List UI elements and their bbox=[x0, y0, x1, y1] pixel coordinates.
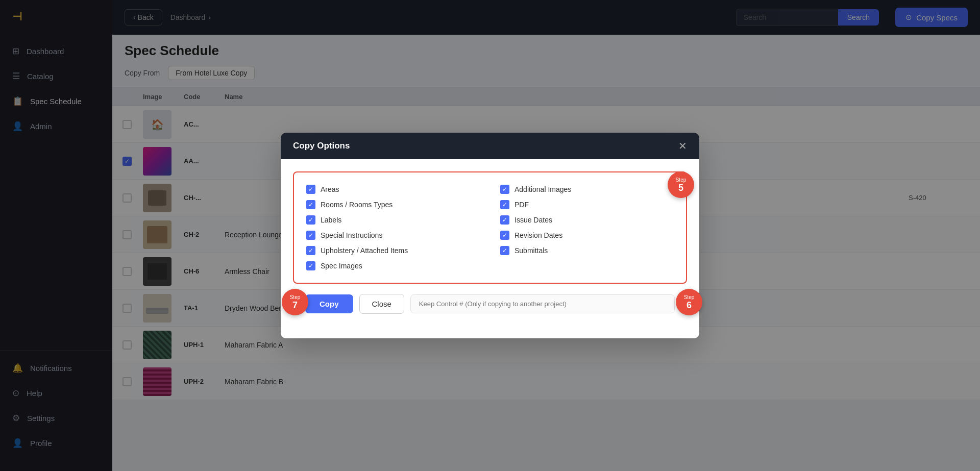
option-label-labels: Labels bbox=[321, 216, 341, 224]
option-checkbox-pdf[interactable]: ✓ bbox=[500, 200, 509, 209]
copy-options-modal: Copy Options ✕ ✓ Areas ✓ Rooms / Rooms T… bbox=[281, 133, 699, 338]
option-special-instructions: ✓ Special Instructions bbox=[306, 228, 480, 243]
option-checkbox-upholstery[interactable]: ✓ bbox=[306, 246, 315, 255]
modal-body: ✓ Areas ✓ Rooms / Rooms Types ✓ Labels ✓… bbox=[281, 159, 699, 338]
option-checkbox-issue-dates[interactable]: ✓ bbox=[500, 215, 509, 225]
option-checkbox-areas[interactable]: ✓ bbox=[306, 185, 315, 194]
option-checkbox-spec-images[interactable]: ✓ bbox=[306, 261, 315, 270]
options-left: ✓ Areas ✓ Rooms / Rooms Types ✓ Labels ✓… bbox=[306, 182, 480, 274]
option-checkbox-labels[interactable]: ✓ bbox=[306, 215, 315, 225]
option-upholstery: ✓ Upholstery / Attached Items bbox=[306, 243, 480, 258]
option-submittals: ✓ Submittals bbox=[500, 243, 674, 258]
option-label-pdf: PDF bbox=[514, 201, 529, 209]
option-additional-images: ✓ Additional Images bbox=[500, 182, 674, 197]
step-6-badge: Step 6 bbox=[676, 289, 702, 315]
option-checkbox-special[interactable]: ✓ bbox=[306, 231, 315, 240]
option-label-revision-dates: Revision Dates bbox=[514, 231, 562, 239]
option-label-areas: Areas bbox=[321, 185, 339, 193]
option-issue-dates: ✓ Issue Dates bbox=[500, 212, 674, 228]
modal-title: Copy Options bbox=[293, 141, 350, 151]
option-rooms: ✓ Rooms / Rooms Types bbox=[306, 197, 480, 212]
options-right: ✓ Additional Images ✓ PDF ✓ Issue Dates … bbox=[500, 182, 674, 274]
option-revision-dates: ✓ Revision Dates bbox=[500, 228, 674, 243]
option-checkbox-rooms[interactable]: ✓ bbox=[306, 200, 315, 209]
option-checkbox-additional-images[interactable]: ✓ bbox=[500, 185, 509, 194]
option-label-spec-images: Spec Images bbox=[321, 262, 362, 270]
option-label-submittals: Submittals bbox=[514, 246, 548, 255]
options-grid: ✓ Areas ✓ Rooms / Rooms Types ✓ Labels ✓… bbox=[293, 171, 687, 284]
option-label-special: Special Instructions bbox=[321, 231, 382, 239]
step-5-badge: Step 5 bbox=[668, 171, 694, 198]
option-label-issue-dates: Issue Dates bbox=[514, 216, 552, 224]
modal-header: Copy Options ✕ bbox=[281, 133, 699, 159]
option-labels: ✓ Labels bbox=[306, 212, 480, 228]
modal-overlay: Copy Options ✕ ✓ Areas ✓ Rooms / Rooms T… bbox=[0, 0, 980, 471]
modal-close-button[interactable]: Close bbox=[359, 294, 404, 314]
step-7-badge: Step 7 bbox=[282, 289, 308, 315]
option-checkbox-submittals[interactable]: ✓ bbox=[500, 246, 509, 255]
option-spec-images: ✓ Spec Images bbox=[306, 258, 480, 274]
option-label-additional-images: Additional Images bbox=[514, 185, 571, 193]
option-pdf: ✓ PDF bbox=[500, 197, 674, 212]
option-label-rooms: Rooms / Rooms Types bbox=[321, 201, 393, 209]
modal-close-x-button[interactable]: ✕ bbox=[678, 141, 687, 151]
option-areas: ✓ Areas bbox=[306, 182, 480, 197]
modal-copy-button[interactable]: Copy bbox=[305, 294, 353, 313]
option-checkbox-revision-dates[interactable]: ✓ bbox=[500, 231, 509, 240]
modal-footer: Copy Close Step 6 Step 7 bbox=[293, 294, 687, 326]
keep-control-input[interactable] bbox=[410, 294, 675, 313]
option-label-upholstery: Upholstery / Attached Items bbox=[321, 246, 408, 255]
